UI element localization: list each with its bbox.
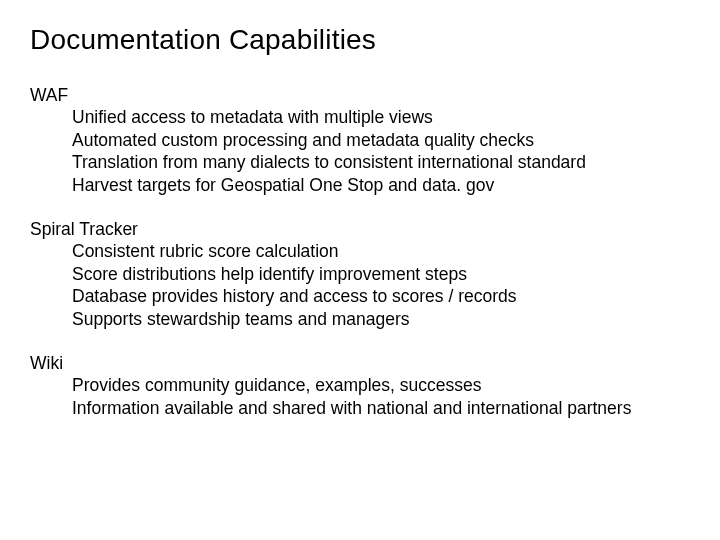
section-spiral-tracker: Spiral Tracker Consistent rubric score c… xyxy=(30,218,690,330)
section-item: Harvest targets for Geospatial One Stop … xyxy=(30,174,690,196)
section-waf: WAF Unified access to metadata with mult… xyxy=(30,84,690,196)
section-heading: Wiki xyxy=(30,352,690,374)
section-item: Provides community guidance, examples, s… xyxy=(30,374,690,396)
section-item: Automated custom processing and metadata… xyxy=(30,129,690,151)
section-item: Translation from many dialects to consis… xyxy=(30,151,690,173)
slide-title: Documentation Capabilities xyxy=(30,24,690,56)
section-item: Database provides history and access to … xyxy=(30,285,690,307)
section-heading: Spiral Tracker xyxy=(30,218,690,240)
section-item: Unified access to metadata with multiple… xyxy=(30,106,690,128)
section-heading: WAF xyxy=(30,84,690,106)
section-item: Supports stewardship teams and managers xyxy=(30,308,690,330)
section-item: Consistent rubric score calculation xyxy=(30,240,690,262)
section-item: Information available and shared with na… xyxy=(30,397,690,419)
section-wiki: Wiki Provides community guidance, exampl… xyxy=(30,352,690,419)
slide: Documentation Capabilities WAF Unified a… xyxy=(0,0,720,540)
section-item: Score distributions help identify improv… xyxy=(30,263,690,285)
